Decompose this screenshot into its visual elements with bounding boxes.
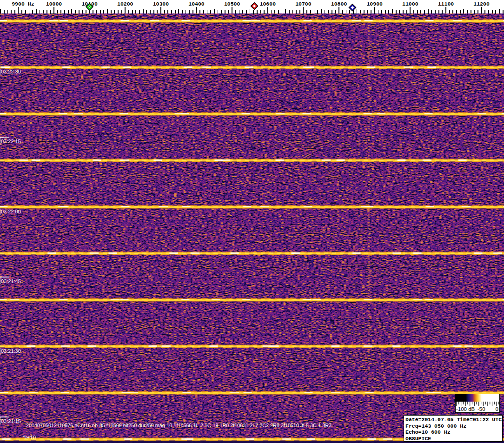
svg-text:10700: 10700 xyxy=(295,1,312,7)
svg-text:10800: 10800 xyxy=(331,1,347,7)
svg-text:11100: 11100 xyxy=(438,1,454,7)
svg-text:10200: 10200 xyxy=(117,1,133,7)
svg-text:11200: 11200 xyxy=(473,1,490,7)
svg-text:10900: 10900 xyxy=(366,1,383,7)
svg-text:10600: 10600 xyxy=(260,1,276,7)
svg-text:10400: 10400 xyxy=(188,1,205,7)
svg-text:10000: 10000 xyxy=(46,1,62,7)
svg-text:10500: 10500 xyxy=(224,1,240,7)
svg-text:9900 Hz: 9900 Hz xyxy=(12,1,34,7)
svg-text:11000: 11000 xyxy=(402,1,418,7)
svg-text:10300: 10300 xyxy=(153,1,169,7)
